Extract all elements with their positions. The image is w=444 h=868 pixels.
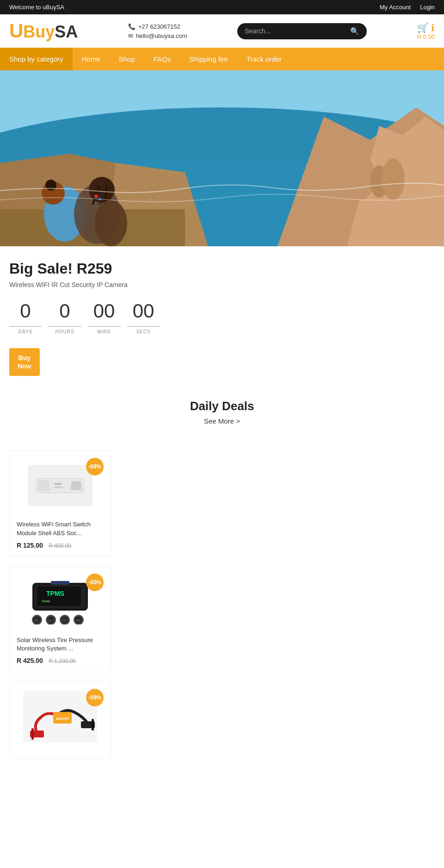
svg-rect-48	[31, 728, 34, 740]
header: UBuySA 📞 +27 623067152 ✉ hello@ubuysa.co…	[0, 14, 444, 48]
secs-label: SECS	[136, 329, 150, 334]
search-bar[interactable]: 🔍	[237, 23, 367, 39]
product-name: Wireless WiFi Smart Switch Module Shell …	[17, 520, 104, 537]
logo-sa: SA	[55, 22, 78, 41]
email-address: hello@ubuysa.com	[136, 32, 187, 39]
svg-point-7	[382, 158, 405, 200]
product-card[interactable]: -69% Sonoff XMES CE Wireless WiFi Smart …	[9, 450, 111, 556]
hours-label: HOURS	[55, 329, 74, 334]
sidebar-item-shop[interactable]: Shop	[110, 48, 144, 70]
phone-icon: 📞	[128, 23, 136, 30]
sidebar-item-faqs[interactable]: FAQs	[144, 48, 180, 70]
countdown: 0 DAYS 0 HOURS 00 MINS 00 SECS	[9, 300, 435, 334]
sidebar-item-track-order[interactable]: Track order	[237, 48, 291, 70]
my-account-link[interactable]: My Account	[380, 4, 411, 11]
daily-deals-section: Daily Deals See More >	[0, 385, 444, 450]
sale-title: Big Sale! R259	[9, 260, 435, 277]
svg-text:BOOST: BOOST	[56, 717, 70, 721]
cart-amount: R 0.00	[417, 33, 435, 40]
sale-section: Big Sale! R259 Wireless WIFI IR Cut Secu…	[0, 246, 444, 385]
hero-svg	[0, 70, 444, 246]
svg-text:LF: LF	[49, 619, 52, 622]
svg-point-13	[45, 180, 56, 191]
svg-text:RR: RR	[77, 619, 80, 622]
search-icon[interactable]: 🔍	[350, 27, 359, 36]
svg-point-22	[95, 200, 127, 246]
product-price: R 125.00	[17, 542, 43, 549]
days-value: 0	[9, 300, 42, 327]
product-card[interactable]: -65% TPMS Solar RF LF	[9, 566, 111, 672]
days-label: DAYS	[18, 329, 33, 334]
svg-text:LR: LR	[63, 619, 66, 622]
product-original-price: R 400.00	[49, 543, 71, 549]
svg-point-20	[94, 194, 98, 198]
sale-subtitle: Wireless WIFI IR Cut Security IP Camera	[9, 281, 435, 288]
product-original-price: R 1,200.00	[49, 658, 76, 664]
discount-badge: -65%	[86, 574, 104, 591]
svg-line-18	[105, 185, 106, 204]
countdown-mins: 00 MINS	[88, 300, 120, 334]
discount-badge: -59%	[86, 689, 104, 706]
sidebar-item-home[interactable]: Home	[73, 48, 110, 70]
logo[interactable]: UBuySA	[9, 21, 78, 41]
top-bar: Welcome to uBuySA My Account Login	[0, 0, 444, 14]
sidebar-item-category[interactable]: Shop by category	[0, 48, 73, 70]
logo-u: U	[9, 20, 23, 42]
mins-value: 00	[88, 300, 120, 327]
phone-number: +27 623067152	[138, 23, 180, 30]
product-name: Solar Wireless Tire Pressure Monitoring …	[17, 636, 104, 653]
products-grid: -69% Sonoff XMES CE Wireless WiFi Smart …	[0, 450, 444, 768]
buy-now-button[interactable]: BuyNow	[9, 348, 40, 376]
countdown-days: 0 DAYS	[9, 300, 42, 334]
hours-value: 0	[49, 300, 81, 327]
svg-rect-27	[71, 481, 81, 490]
cart-area[interactable]: 🛒 ℹ R 0.00	[417, 22, 435, 40]
welcome-text: Welcome to uBuySA	[9, 4, 64, 11]
navbar: Shop by category Home Shop FAQs Shipping…	[0, 48, 444, 70]
product-card[interactable]: -59% BOOST	[9, 681, 111, 759]
search-input[interactable]	[245, 27, 350, 35]
svg-text:XMES CE: XMES CE	[55, 487, 63, 489]
svg-text:Solar: Solar	[42, 599, 50, 603]
product-price: R 425.00	[17, 657, 43, 664]
countdown-secs: 00 SECS	[127, 300, 160, 334]
svg-rect-24	[38, 481, 49, 492]
svg-text:Sonoff: Sonoff	[55, 483, 61, 486]
wishlist-icon[interactable]: 🛒	[417, 22, 429, 33]
secs-value: 00	[127, 300, 160, 327]
see-more-link[interactable]: See More >	[9, 417, 435, 425]
svg-text:RF: RF	[35, 619, 38, 622]
countdown-hours: 0 HOURS	[49, 300, 81, 334]
email-icon: ✉	[128, 32, 133, 39]
hero-banner	[0, 70, 444, 246]
contact-info: 📞 +27 623067152 ✉ hello@ubuysa.com	[128, 23, 187, 39]
login-link[interactable]: Login	[420, 4, 435, 11]
wifi-switch-svg: Sonoff XMES CE	[35, 472, 86, 500]
daily-deals-title: Daily Deals	[9, 399, 435, 413]
svg-text:TPMS: TPMS	[46, 590, 64, 597]
info-icon[interactable]: ℹ	[431, 22, 435, 33]
mins-label: MINS	[98, 329, 111, 334]
svg-rect-33	[51, 581, 69, 585]
sidebar-item-shipping-fee[interactable]: Shipping fee	[180, 48, 237, 70]
logo-buy: Buy	[23, 22, 55, 41]
svg-rect-50	[92, 719, 94, 731]
